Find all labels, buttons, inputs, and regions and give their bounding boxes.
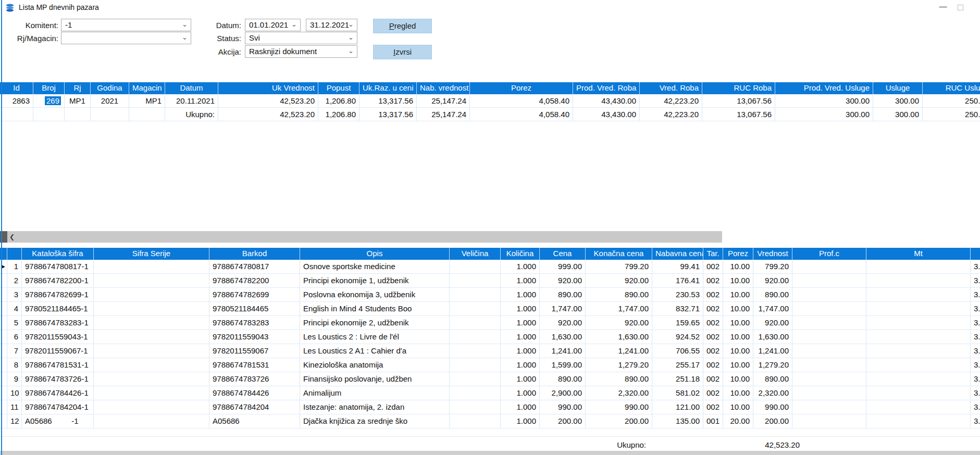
cell[interactable]: 924.52 xyxy=(652,330,703,344)
column-header[interactable]: Opis xyxy=(300,248,450,260)
cell[interactable]: 9788674782200-1 xyxy=(22,274,94,288)
cell[interactable]: Principi ekonomije 1, udžbenik xyxy=(300,274,450,288)
cell[interactable] xyxy=(450,330,501,344)
table-row[interactable]: 109788674784426-19788674784426Animalijum… xyxy=(0,386,980,400)
cell[interactable]: 002 xyxy=(703,358,723,372)
column-header[interactable]: Kataloška šifra xyxy=(22,248,94,260)
cell[interactable] xyxy=(94,316,209,330)
column-header[interactable]: RUC Usluge xyxy=(923,82,980,94)
cell[interactable] xyxy=(94,372,209,386)
cell[interactable] xyxy=(450,274,501,288)
table-row[interactable]: 59788674783283-19788674783283Principi ek… xyxy=(0,316,980,330)
cell[interactable]: 3. xyxy=(971,288,980,302)
cell[interactable]: 10.00 xyxy=(723,344,753,358)
cell[interactable]: 7 xyxy=(7,344,22,358)
cell[interactable]: 9 xyxy=(7,372,22,386)
cell[interactable]: 11 xyxy=(7,400,22,414)
cell[interactable]: 1,241.00 xyxy=(586,344,652,358)
cell[interactable]: A05686 xyxy=(209,414,300,428)
column-header[interactable]: Mt xyxy=(866,248,971,260)
column-header[interactable]: Magacin xyxy=(129,82,165,94)
table-row[interactable]: 99788674783726-19788674783726Finansijsko… xyxy=(0,372,980,386)
cell[interactable]: 20.00 xyxy=(723,414,753,428)
column-header[interactable] xyxy=(7,248,22,260)
cell[interactable]: 920.00 xyxy=(753,316,792,330)
cell[interactable]: 3. xyxy=(971,274,980,288)
cell[interactable]: 2 xyxy=(7,274,22,288)
cell[interactable]: 42,223.20 xyxy=(640,94,702,108)
cell[interactable]: 3. xyxy=(971,316,980,330)
cell[interactable] xyxy=(94,288,209,302)
column-header[interactable]: Nabavna cena xyxy=(652,248,703,260)
cell[interactable]: 9788674783726 xyxy=(209,372,300,386)
table-row[interactable]: 39788674782699-19788674782699Poslovna ek… xyxy=(0,288,980,302)
cell[interactable]: 135.00 xyxy=(652,414,703,428)
column-header[interactable]: Rj xyxy=(65,82,91,94)
rj-magacin-combobox[interactable]: ⌄ xyxy=(61,32,191,44)
cell[interactable]: 920.00 xyxy=(540,316,586,330)
cell[interactable]: 002 xyxy=(703,316,723,330)
cell[interactable] xyxy=(450,386,501,400)
cell[interactable]: 9788674782699 xyxy=(209,288,300,302)
cell[interactable]: 9788674780817 xyxy=(209,260,300,274)
cell[interactable] xyxy=(94,260,209,274)
cell[interactable]: 42,523.20 xyxy=(218,94,318,108)
cell[interactable]: 3. xyxy=(971,330,980,344)
scroll-left-arrow-icon[interactable]: ❮ xyxy=(9,232,15,242)
cell[interactable]: 10 xyxy=(7,386,22,400)
column-header[interactable]: Barkod xyxy=(209,248,300,260)
cell[interactable]: 10.00 xyxy=(723,316,753,330)
cell[interactable] xyxy=(450,344,501,358)
cell[interactable]: 001 xyxy=(703,414,723,428)
cell[interactable]: 250.00 xyxy=(923,94,980,108)
cell[interactable] xyxy=(792,316,866,330)
cell[interactable]: 2,320.00 xyxy=(753,386,792,400)
cell[interactable]: 3. xyxy=(971,260,980,274)
cell[interactable]: 002 xyxy=(703,330,723,344)
cell[interactable] xyxy=(866,302,971,316)
cell[interactable]: 9788674784426-1 xyxy=(22,386,94,400)
column-header[interactable]: Prof.c xyxy=(792,248,866,260)
column-header[interactable]: Veličina xyxy=(450,248,501,260)
cell[interactable]: 9788674781531 xyxy=(209,358,300,372)
cell[interactable]: 1.000 xyxy=(501,274,540,288)
datum-from-combobox[interactable]: 01.01.2021 ⌄ xyxy=(245,19,301,31)
cell[interactable] xyxy=(792,330,866,344)
cell[interactable]: 002 xyxy=(703,344,723,358)
cell[interactable]: 1,279.20 xyxy=(586,358,652,372)
cell[interactable]: 5 xyxy=(7,316,22,330)
column-header[interactable]: Konačna cena xyxy=(586,248,652,260)
cell[interactable]: 990.00 xyxy=(586,400,652,414)
cell[interactable]: 799.20 xyxy=(586,260,652,274)
cell[interactable]: 251.18 xyxy=(652,372,703,386)
cell[interactable]: MP1 xyxy=(65,94,91,108)
cell[interactable] xyxy=(450,358,501,372)
cell[interactable] xyxy=(866,372,971,386)
cell[interactable]: 1,747.00 xyxy=(540,302,586,316)
cell[interactable]: 10.00 xyxy=(723,260,753,274)
cell[interactable] xyxy=(450,316,501,330)
column-header[interactable]: Nab. vrednost xyxy=(417,82,470,94)
cell[interactable]: 9788674784426 xyxy=(209,386,300,400)
cell[interactable]: Animalijum xyxy=(300,386,450,400)
cell[interactable]: 832.71 xyxy=(652,302,703,316)
cell[interactable]: 1,599.00 xyxy=(540,358,586,372)
cell[interactable]: 1,747.00 xyxy=(586,302,652,316)
pregled-button[interactable]: Pregled xyxy=(373,19,432,33)
table-row[interactable]: 89788674781531-19788674781531Kineziološk… xyxy=(0,358,980,372)
cell[interactable]: 99.41 xyxy=(652,260,703,274)
column-header[interactable]: Usluge xyxy=(873,82,923,94)
column-header[interactable]: Uk.Raz. u ceni xyxy=(359,82,417,94)
status-combobox[interactable]: Svi ⌄ xyxy=(245,32,357,44)
cell[interactable] xyxy=(866,344,971,358)
cell[interactable]: 300.00 xyxy=(873,94,923,108)
cell[interactable]: Osnove sportske medicine xyxy=(300,260,450,274)
cell[interactable]: 1,241.00 xyxy=(540,344,586,358)
cell[interactable]: 9782011559043 xyxy=(209,330,300,344)
column-header[interactable]: Količina xyxy=(501,248,540,260)
cell[interactable]: 1.000 xyxy=(501,386,540,400)
column-header[interactable]: Prod. Vred. Usluge xyxy=(775,82,873,94)
cell[interactable]: 121.00 xyxy=(652,400,703,414)
cell[interactable]: 920.00 xyxy=(753,274,792,288)
cell[interactable]: 1.000 xyxy=(501,400,540,414)
